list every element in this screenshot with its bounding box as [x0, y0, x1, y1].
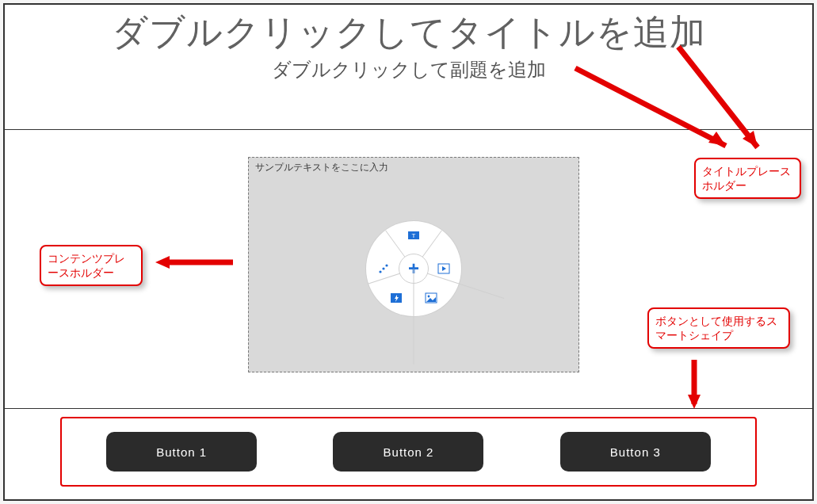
divider-top: [5, 129, 812, 130]
divider-bottom: [5, 408, 812, 409]
callout-content-placeholder: コンテンツプレースホルダー: [40, 245, 143, 286]
content-placeholder[interactable]: サンプルテキストをここに入力 T +: [248, 157, 579, 372]
arrow-to-content: [146, 250, 241, 274]
text-caption-icon[interactable]: T: [407, 231, 420, 242]
smart-shape-button-3[interactable]: Button 3: [560, 432, 711, 472]
arrow-to-buttons: [678, 347, 710, 412]
slide-frame: ダブルクリックしてタイトルを追加 ダブルクリックして副題を追加 サンプルテキスト…: [3, 3, 814, 501]
svg-marker-11: [708, 132, 726, 146]
media-icon[interactable]: [437, 263, 450, 274]
button-row: Button 1 Button 2 Button 3: [60, 417, 757, 487]
content-placeholder-hint: サンプルテキストをここに入力: [255, 161, 388, 174]
callout-smartshape: ボタンとして使用するスマートシェイプ: [647, 307, 790, 349]
svg-text:T: T: [412, 232, 416, 239]
svg-marker-13: [743, 131, 758, 147]
svg-point-4: [379, 271, 381, 273]
flash-icon[interactable]: [390, 292, 403, 304]
svg-point-6: [385, 265, 388, 267]
title-placeholder[interactable]: ダブルクリックしてタイトルを追加: [5, 11, 812, 54]
svg-point-5: [382, 268, 384, 270]
image-icon[interactable]: [425, 292, 437, 304]
title-block: ダブルクリックしてタイトルを追加 ダブルクリックして副題を追加: [5, 5, 812, 82]
svg-point-9: [428, 296, 430, 298]
chart-icon[interactable]: [377, 263, 390, 274]
insert-wheel: T +: [366, 221, 461, 316]
smart-shape-button-2[interactable]: Button 2: [333, 432, 483, 472]
insert-hub-button[interactable]: +: [399, 254, 429, 284]
callout-title-placeholder: タイトルプレースホルダー: [694, 158, 801, 199]
smart-shape-button-1[interactable]: Button 1: [106, 432, 257, 472]
svg-marker-15: [155, 256, 170, 269]
svg-marker-3: [442, 266, 446, 271]
svg-marker-17: [688, 395, 701, 409]
subtitle-placeholder[interactable]: ダブルクリックして副題を追加: [5, 57, 812, 82]
